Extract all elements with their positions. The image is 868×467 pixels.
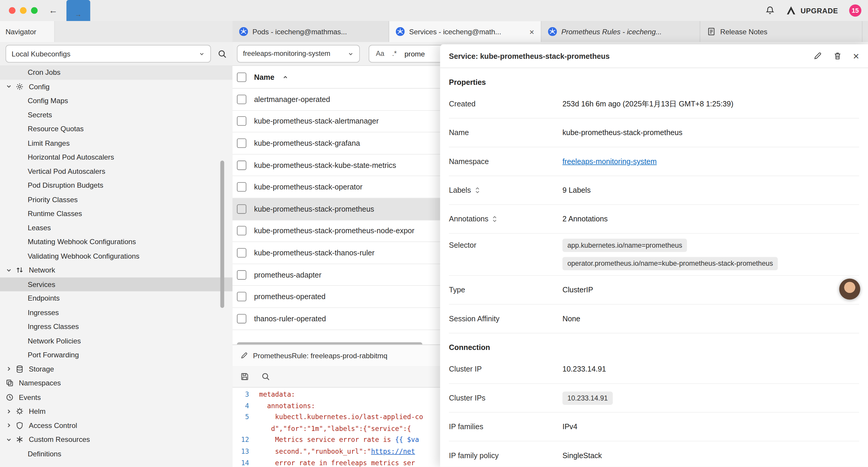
row-checkbox[interactable] xyxy=(237,116,246,126)
save-icon[interactable] xyxy=(240,372,249,381)
sidebar-item-cron-jobs[interactable]: Cron Jobs xyxy=(0,65,232,80)
row-checkbox[interactable] xyxy=(237,314,246,323)
row-checkbox[interactable] xyxy=(237,160,246,170)
sidebar-item-events[interactable]: Events xyxy=(0,390,232,404)
close-tab-icon[interactable]: × xyxy=(526,27,534,36)
search-query-text: prome xyxy=(404,50,425,58)
sidebar-item-config-maps[interactable]: Config Maps xyxy=(0,94,232,108)
upgrade-button[interactable]: UPGRADE xyxy=(786,6,838,16)
namespace-filter[interactable]: freeleaps-monitoring-system xyxy=(237,45,360,63)
detail-row-ip-family-policy: IP family policySingleStack xyxy=(449,441,859,467)
tab-label: Release Notes xyxy=(720,28,768,36)
detail-value: 253d 16h 6m ago (2025年1月13日 GMT+8 1:25:3… xyxy=(562,99,734,109)
row-checkbox[interactable] xyxy=(237,248,246,258)
code-segment: d","for":"1m","labels":{"service":{ xyxy=(271,425,411,436)
dock-tab-label: PrometheusRule: freeleaps-prod-rabbitmq xyxy=(253,351,387,360)
sidebar-item-limit-ranges[interactable]: Limit Ranges xyxy=(0,136,232,150)
expand-collapse-icon[interactable] xyxy=(492,215,497,223)
avatar[interactable] xyxy=(839,279,860,299)
chevron-down-icon[interactable] xyxy=(6,267,16,273)
sidebar-scrollbar[interactable] xyxy=(220,160,224,308)
sidebar-item-runtime-classes[interactable]: Runtime Classes xyxy=(0,207,232,221)
search-icon[interactable] xyxy=(261,372,270,381)
row-checkbox[interactable] xyxy=(237,138,246,148)
sidebar-item-mutating-webhook-configurations[interactable]: Mutating Webhook Configurations xyxy=(0,235,232,249)
chevron-right-icon[interactable] xyxy=(6,422,16,429)
tab-argo-s[interactable]: Argo S xyxy=(862,21,868,42)
sidebar-item-endpoints[interactable]: Endpoints xyxy=(0,291,232,305)
tab-services-icecheng-math[interactable]: Services - icecheng@math...× xyxy=(389,21,541,42)
sidebar-item-custom-resources[interactable]: Custom Resources xyxy=(0,432,232,447)
regex-toggle[interactable]: .* xyxy=(392,50,397,58)
edit-icon[interactable] xyxy=(813,52,822,60)
sidebar-item-label: Leases xyxy=(28,224,51,232)
code-segment: annotations: xyxy=(267,402,315,413)
sidebar-item-port-forwarding[interactable]: Port Forwarding xyxy=(0,348,232,362)
trash-icon[interactable] xyxy=(833,52,842,60)
sidebar-item-priority-classes[interactable]: Priority Classes xyxy=(0,193,232,207)
dock-tab-prometheusrule[interactable]: PrometheusRule: freeleaps-prod-rabbitmq xyxy=(232,345,445,366)
detail-label: IP family policy xyxy=(449,451,499,460)
row-checkbox[interactable] xyxy=(237,204,246,214)
sidebar-item-access-control[interactable]: Access Control xyxy=(0,418,232,433)
kubeconfig-selector[interactable]: Local Kubeconfigs xyxy=(6,45,211,63)
sidebar-item-horizontal-pod-autoscalers[interactable]: Horizontal Pod Autoscalers xyxy=(0,150,232,164)
close-window-button[interactable] xyxy=(9,7,16,13)
code-segment xyxy=(259,413,275,425)
detail-value-link[interactable]: freeleaps-monitoring-system xyxy=(562,157,657,166)
bell-icon[interactable] xyxy=(765,6,775,16)
row-checkbox[interactable] xyxy=(237,226,246,236)
chevron-right-icon[interactable] xyxy=(6,408,16,414)
sidebar-item-definitions[interactable]: Definitions xyxy=(0,447,232,461)
sidebar-item-helm[interactable]: Helm xyxy=(0,404,232,418)
sidebar-item-resource-quotas[interactable]: Resource Quotas xyxy=(0,122,232,136)
expand-collapse-icon[interactable] xyxy=(475,186,480,194)
tab-release-notes[interactable]: Release Notes xyxy=(700,21,862,42)
sidebar-item-vertical-pod-autoscalers[interactable]: Vertical Pod Autoscalers xyxy=(0,164,232,178)
sidebar-item-label: Limit Ranges xyxy=(28,139,70,147)
line-number xyxy=(232,425,249,436)
back-button[interactable]: ← xyxy=(49,0,58,21)
detail-label: Type xyxy=(449,286,465,294)
sort-ascending-icon[interactable] xyxy=(282,74,288,80)
tab-prometheus-rules-icecheng[interactable]: Prometheus Rules - icecheng... xyxy=(541,21,700,42)
navigator-panel-title: Navigator xyxy=(0,21,55,42)
chevron-down-icon[interactable] xyxy=(6,436,16,443)
chevron-right-icon[interactable] xyxy=(6,366,16,372)
sidebar-item-services[interactable]: Services xyxy=(0,277,232,291)
sidebar-item-network[interactable]: Network xyxy=(0,263,232,277)
sidebar-item-label: Services xyxy=(28,280,55,289)
row-checkbox[interactable] xyxy=(237,95,246,104)
row-checkbox[interactable] xyxy=(237,270,246,280)
maximize-window-button[interactable] xyxy=(31,7,37,13)
sidebar-item-validating-webhook-configurations[interactable]: Validating Webhook Configurations xyxy=(0,249,232,263)
sidebar-item-namespaces[interactable]: Namespaces xyxy=(0,376,232,390)
value-badge: 10.233.14.91 xyxy=(562,391,613,405)
sidebar-item-config[interactable]: Config xyxy=(0,80,232,94)
detail-label: Cluster IPs xyxy=(449,394,486,402)
close-icon[interactable]: × xyxy=(853,51,859,61)
name-column-header[interactable]: Name xyxy=(254,73,275,81)
code-segment: metadata: xyxy=(259,390,295,402)
sidebar-item-ingress-classes[interactable]: Ingress Classes xyxy=(0,320,232,334)
row-checkbox[interactable] xyxy=(237,292,246,301)
tab-pods-icecheng-mathmas[interactable]: Pods - icecheng@mathmas... xyxy=(232,21,389,42)
sidebar-item-network-policies[interactable]: Network Policies xyxy=(0,334,232,348)
row-checkbox[interactable] xyxy=(237,182,246,192)
sidebar-item-storage[interactable]: Storage xyxy=(0,362,232,376)
row-name: prometheus-operated xyxy=(254,293,326,301)
sidebar-item-leases[interactable]: Leases xyxy=(0,221,232,235)
sidebar-item-secrets[interactable]: Secrets xyxy=(0,108,232,122)
minimize-window-button[interactable] xyxy=(20,7,26,13)
search-icon[interactable] xyxy=(217,49,227,59)
sidebar-item-pod-disruption-budgets[interactable]: Pod Disruption Budgets xyxy=(0,178,232,193)
sidebar-item-label: Validating Webhook Configurations xyxy=(28,252,140,260)
helm-icon xyxy=(16,407,29,415)
details-panel: Service: kube-prometheus-stack-prometheu… xyxy=(440,44,868,467)
select-all-checkbox[interactable] xyxy=(237,72,246,82)
sidebar-item-ingresses[interactable]: Ingresses xyxy=(0,305,232,320)
match-case-toggle[interactable]: Aa xyxy=(376,50,384,58)
notification-badge[interactable]: 15 xyxy=(849,4,861,17)
chevron-down-icon[interactable] xyxy=(6,83,16,90)
details-header: Service: kube-prometheus-stack-prometheu… xyxy=(440,44,868,68)
